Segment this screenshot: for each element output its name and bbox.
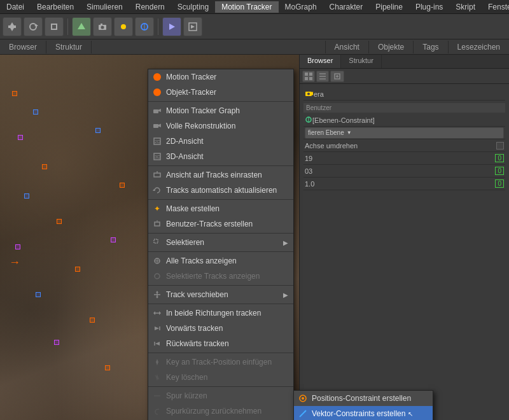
menu-item-rekonstruktion[interactable]: Volle Rekonstruktion: [148, 118, 293, 134]
svg-marker-13: [169, 24, 175, 30]
panel-row-val2[interactable]: 03 0: [303, 165, 505, 178]
maske-icon: ✦: [152, 204, 162, 214]
tool-scale[interactable]: [45, 17, 64, 36]
separator-5: [148, 251, 293, 252]
menu-item-rueckwaerts[interactable]: Rückwärts tracken: [148, 336, 293, 351]
tool-material[interactable]: [135, 17, 154, 36]
tool-object[interactable]: [72, 17, 91, 36]
2d-icon: 2D: [152, 136, 162, 146]
panel-row-val1[interactable]: 19 0: [303, 152, 505, 165]
beide-richtungen-icon: [152, 308, 162, 318]
menu-item-beide-richtungen[interactable]: In beide Richtungen tracken: [148, 305, 293, 321]
dropdown-arrow: ▼: [347, 130, 352, 136]
menu-item-motion-tracker[interactable]: Motion Tracker: [148, 69, 293, 85]
menu-item-key-einfuegen[interactable]: Key an Track-Position einfügen: [148, 354, 293, 370]
menu-item-spurkuerzung[interactable]: Spurkürzung zurücknehmen: [148, 403, 293, 419]
menu-item-3d[interactable]: 3D 3D-Ansicht: [148, 149, 293, 164]
panel-tab-browser[interactable]: Browser: [300, 55, 341, 68]
menu-item-vorwaerts[interactable]: Vorwärts tracken: [148, 321, 293, 336]
tool-render2[interactable]: [183, 17, 202, 36]
achse-checkbox[interactable]: [496, 142, 504, 150]
menu-pipeline[interactable]: Pipeline: [369, 1, 409, 13]
dropdown-label: fieren Ebene: [308, 129, 344, 136]
menu-item-track-verschieben[interactable]: Track verschieben ▶: [148, 287, 293, 302]
menu-item-einrasten[interactable]: Ansicht auf Tracks einrasten: [148, 167, 293, 183]
tool-rotate[interactable]: [24, 17, 43, 36]
tool-move[interactable]: [3, 17, 22, 36]
submenu-item-positions[interactable]: Positions-Constraint erstellen: [294, 391, 433, 406]
track-dot: [111, 237, 116, 242]
motion-tracker-dropdown: Motion Tracker Objekt-Tracker Motion Tra…: [148, 69, 294, 420]
panel-row-camera[interactable]: era: [303, 88, 505, 101]
menu-item-selektieren[interactable]: Selektieren ▶: [148, 235, 293, 250]
menu-mograph[interactable]: MoGraph: [279, 1, 323, 13]
aktualisieren-icon: [152, 185, 162, 195]
menu-datei[interactable]: Datei: [0, 1, 31, 13]
menu-item-2d[interactable]: 2D 2D-Ansicht: [148, 134, 293, 149]
menu-item-alle-tracks[interactable]: Alle Tracks anzeigen: [148, 253, 293, 269]
key-loeschen-icon: [152, 372, 162, 382]
menu-sculpting[interactable]: Sculpting: [171, 1, 215, 13]
menu-item-benutzer-tracks[interactable]: Benutzer-Tracks erstellen: [148, 216, 293, 232]
menu-item-maske[interactable]: ✦ Maske erstellen: [148, 201, 293, 216]
aktiviere-dropdown[interactable]: fieren Ebene ▼: [305, 127, 504, 139]
menu-fenster[interactable]: Fenster: [482, 1, 509, 13]
panel-row-val3[interactable]: 1.0 0: [303, 178, 505, 190]
submenu-item-vektor[interactable]: Vektor-Constraints erstellen ↖: [294, 406, 433, 420]
tab-tags[interactable]: Tags: [413, 41, 447, 53]
tool-camera[interactable]: [93, 17, 112, 36]
tab-lesezeichen[interactable]: Lesezeichen: [448, 41, 509, 53]
menu-plugins[interactable]: Plug-ins: [409, 1, 449, 13]
svg-rect-0: [8, 25, 16, 28]
separator-3: [148, 199, 293, 200]
panel-row-aktiviere[interactable]: fieren Ebene ▼: [303, 127, 505, 139]
svg-marker-2: [10, 28, 14, 31]
panel-row-achse[interactable]: Achse umdrehen: [303, 139, 505, 152]
menu-skript[interactable]: Skript: [449, 1, 482, 13]
tab-browser[interactable]: Browser: [0, 41, 46, 53]
tab-struktur[interactable]: Struktur: [46, 41, 92, 53]
menu-item-selektierte-tracks[interactable]: Selektierte Tracks anzeigen: [148, 269, 293, 284]
menu-rendern[interactable]: Rendern: [129, 1, 171, 13]
menu-item-objekt-tracker[interactable]: Objekt-Tracker: [148, 85, 293, 100]
svg-marker-15: [191, 25, 195, 29]
svg-rect-16: [305, 73, 308, 76]
tabs-row: Browser Struktur Ansicht Objekte Tags Le…: [0, 39, 509, 55]
separator-4: [148, 233, 293, 234]
menu-item-graph[interactable]: Motion Tracker Graph: [148, 103, 293, 118]
panel-tool-list[interactable]: [316, 71, 329, 82]
menu-simulieren[interactable]: Simulieren: [80, 1, 129, 13]
panel-tool-new[interactable]: [330, 71, 344, 82]
val1-value: 0: [495, 154, 504, 162]
positions-icon: [298, 393, 308, 403]
arrow-indicator: →: [9, 256, 20, 269]
constraints-submenu: Positions-Constraint erstellen Vektor-Co…: [293, 390, 433, 420]
tab-ansicht[interactable]: Ansicht: [325, 41, 368, 53]
track-dot: [57, 219, 62, 224]
svg-rect-42: [155, 222, 160, 226]
track-dot: [75, 267, 80, 272]
svg-marker-27: [312, 92, 313, 95]
menu-motion-tracker[interactable]: Motion Tracker: [215, 1, 278, 13]
svg-rect-17: [309, 73, 312, 76]
camera-icon: [305, 89, 314, 99]
alle-tracks-icon: [152, 256, 162, 266]
tool-render[interactable]: [162, 17, 181, 36]
menu-item-aktualisieren[interactable]: Tracks automatisch aktualisieren: [148, 183, 293, 198]
menu-item-spur-kuerzen[interactable]: Spur kürzen: [148, 388, 293, 403]
svg-rect-39: [154, 173, 160, 177]
panel-tab-struktur[interactable]: Struktur: [341, 55, 382, 68]
tool-light[interactable]: [114, 17, 133, 36]
menu-charakter[interactable]: Charakter: [323, 1, 370, 13]
tab-objekte[interactable]: Objekte: [368, 41, 413, 53]
menu-bearbeiten[interactable]: Bearbeiten: [31, 1, 80, 13]
key-einfuegen-icon: [152, 357, 162, 367]
track-verschieben-arrow: ▶: [283, 291, 288, 298]
menu-item-key-loeschen[interactable]: Key löschen: [148, 370, 293, 385]
rueckwaerts-icon: [152, 339, 162, 349]
svg-point-48: [155, 274, 160, 279]
svg-text:2D: 2D: [155, 139, 160, 144]
panel-row-constraint[interactable]: [Ebenen-Constraint]: [303, 114, 505, 127]
panel-tool-icons[interactable]: [302, 71, 315, 82]
spurkuerzung-icon: [152, 406, 162, 416]
